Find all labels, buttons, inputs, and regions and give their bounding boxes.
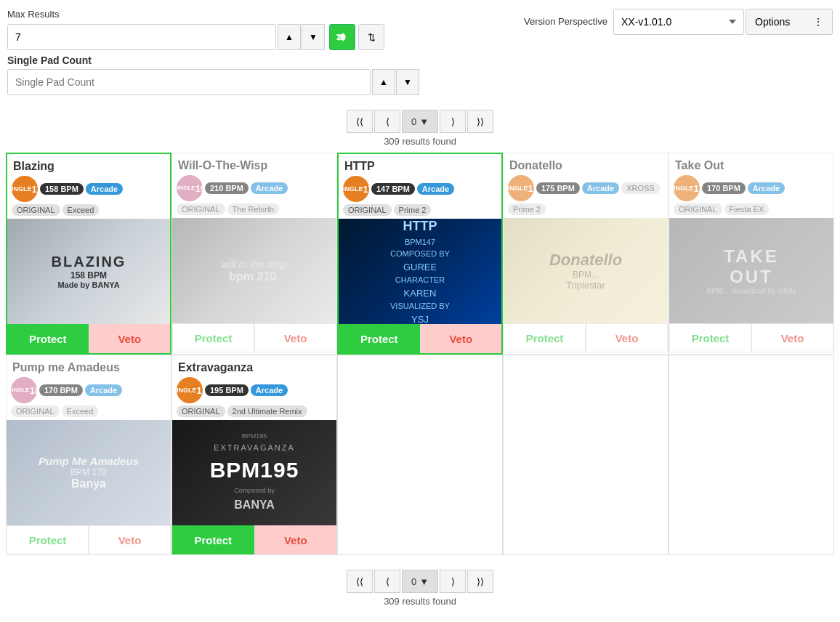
donatello-image: Donatello BPM... Triplestar [504, 218, 668, 323]
card-blazing-title: Blazing [7, 154, 170, 176]
http-protect-btn[interactable]: Protect [339, 324, 420, 353]
prev-page-btn[interactable]: ⟨ [374, 110, 400, 133]
single-pad-input[interactable] [7, 69, 371, 95]
takeout-bpm-badge: 170 BPM [702, 182, 746, 194]
card-blazing-badges: SINGLE 17 158 BPM Arcade ORIGINAL Exceed [7, 176, 170, 219]
wisp-tag2: The Rebirth [227, 203, 279, 215]
http-tag2: Prime 2 [394, 204, 432, 216]
blazing-actions: Protect Veto [7, 324, 170, 353]
pump-veto-btn[interactable]: Veto [89, 525, 171, 554]
wisp-level-badge: SINGLE 19 [177, 175, 203, 201]
card-wisp-title: Will-O-The-Wisp [172, 153, 336, 175]
http-tag1: ORIGINAL [343, 204, 392, 216]
bottom-first-page-btn[interactable]: ⟨⟨ [347, 570, 373, 593]
blazing-mode-badge: Arcade [86, 183, 123, 195]
max-results-label: Max Results [7, 9, 384, 20]
blazing-veto-btn[interactable]: Veto [89, 324, 171, 353]
takeout-mode-badge: Arcade [748, 182, 785, 194]
card-blazing: Blazing SINGLE 17 158 BPM Arcade ORIGINA… [6, 153, 171, 355]
card-extravaganza: Extravaganza SINGLE 17 195 BPM Arcade OR… [171, 355, 337, 555]
pump-tag1: ORIGINAL [11, 405, 60, 417]
extra-protect-btn[interactable]: Protect [172, 525, 254, 554]
takeout-veto-btn[interactable]: Veto [751, 323, 833, 352]
next-page-btn[interactable]: ⟩ [440, 110, 466, 133]
blazing-tag1: ORIGINAL [12, 204, 60, 216]
extra-bpm-badge: 195 BPM [205, 384, 249, 396]
takeout-protect-btn[interactable]: Protect [669, 323, 751, 352]
options-dots-icon: ⋮ [813, 16, 823, 28]
card-wisp-badges: SINGLE 19 210 BPM Arcade ORIGINAL The Re… [172, 175, 336, 218]
takeout-level-badge: SINGLE 17 [674, 175, 700, 201]
extra-veto-btn[interactable]: Veto [254, 525, 337, 554]
bottom-page-number[interactable]: 0 ▼ [402, 570, 438, 593]
max-results-down-btn[interactable]: ▼ [302, 24, 325, 50]
takeout-tag2: Fiesta EX [724, 203, 770, 215]
bottom-last-page-btn[interactable]: ⟩⟩ [467, 570, 493, 593]
pump-mode-badge: Arcade [85, 384, 122, 396]
version-label: Version Perspective [524, 16, 607, 27]
card-takeout-title: Take Out [669, 153, 833, 175]
single-pad-up-btn[interactable]: ▲ [372, 69, 395, 95]
last-page-btn[interactable]: ⟩⟩ [467, 110, 493, 133]
extra-image: BPM195 EXTRAVAGANZA BPM195 Composed by B… [172, 420, 336, 525]
pump-actions: Protect Veto [7, 525, 171, 554]
shuffle-icon: ⇄ [336, 31, 349, 44]
wisp-tag1: ORIGINAL [177, 203, 225, 215]
pump-protect-btn[interactable]: Protect [7, 525, 89, 554]
card-pump-me-amadeus: Pump me Amadeus SINGLE 18 170 BPM Arcade… [6, 355, 171, 555]
donatello-bpm-badge: 175 BPM [536, 182, 580, 194]
version-select[interactable]: XX-v1.01.0 XX-v1.00.0 Prime 2 [613, 9, 744, 35]
card-pump-title: Pump me Amadeus [7, 355, 171, 377]
extra-tag1: ORIGINAL [177, 405, 225, 417]
donatello-protect-btn[interactable]: Protect [504, 323, 586, 352]
single-pad-down-btn[interactable]: ▼ [396, 69, 419, 95]
http-veto-btn[interactable]: Veto [420, 324, 502, 353]
pump-level-badge: SINGLE 18 [11, 377, 37, 403]
donatello-veto-btn[interactable]: Veto [586, 323, 668, 352]
empty-cell-4 [503, 355, 669, 555]
donatello-tag2: Prime 2 [508, 203, 546, 215]
pump-bpm-badge: 170 BPM [39, 384, 83, 396]
sort-btn[interactable]: ⇅ [358, 24, 384, 50]
card-takeout-badges: SINGLE 17 170 BPM Arcade ORIGINAL Fiesta… [669, 175, 833, 218]
blazing-protect-btn[interactable]: Protect [7, 324, 89, 353]
page-number[interactable]: 0 ▼ [402, 110, 438, 133]
bottom-prev-page-btn[interactable]: ⟨ [374, 570, 400, 593]
blazing-tag2: Exceed [62, 204, 100, 216]
extra-mode-badge: Arcade [251, 384, 288, 396]
extra-tag2: 2nd Ultimate Remix [227, 405, 307, 417]
max-results-up-btn[interactable]: ▲ [278, 24, 301, 50]
http-mode-badge: Arcade [417, 183, 454, 195]
wisp-bpm-badge: 210 BPM [205, 182, 249, 194]
wisp-protect-btn[interactable]: Protect [172, 323, 254, 352]
blazing-level-badge: SINGLE 17 [12, 176, 38, 202]
svg-text:⇄: ⇄ [337, 32, 344, 42]
donatello-level-badge: SINGLE 17 [508, 175, 534, 201]
pump-image: Pump Me Amadeus BPM 170 Banya [7, 420, 171, 525]
empty-cell-5 [669, 355, 834, 555]
page-dropdown-icon: ▼ [419, 116, 429, 127]
options-button[interactable]: Options ⋮ [746, 9, 833, 35]
options-label: Options [755, 16, 790, 28]
card-will-o-the-wisp: Will-O-The-Wisp SINGLE 19 210 BPM Arcade… [171, 153, 337, 355]
blazing-bpm-badge: 158 BPM [40, 183, 84, 195]
bottom-next-page-btn[interactable]: ⟩ [440, 570, 466, 593]
pump-tag2: Exceed [62, 405, 99, 417]
empty-cell-3 [337, 355, 503, 555]
sort-icon: ⇅ [368, 32, 376, 43]
max-results-input[interactable] [7, 24, 276, 50]
card-http-badges: SINGLE 17 147 BPM Arcade ORIGINAL Prime … [339, 176, 501, 219]
first-page-btn[interactable]: ⟨⟨ [347, 110, 373, 133]
blazing-image: BLAZING 158 BPM Made by BANYA [7, 219, 170, 324]
pagination-bottom: ⟨⟨ ⟨ 0 ▼ ⟩ ⟩⟩ [0, 562, 840, 596]
wisp-actions: Protect Veto [172, 323, 336, 352]
card-extra-title: Extravaganza [172, 355, 336, 377]
http-actions: Protect Veto [339, 324, 501, 353]
donatello-actions: Protect Veto [504, 323, 668, 352]
card-donatello-title: Donatello [504, 153, 668, 175]
wisp-image: will to the wisp bpm 210. [172, 218, 336, 323]
shuffle-btn[interactable]: ⇄ [329, 24, 355, 50]
wisp-veto-btn[interactable]: Veto [254, 323, 336, 352]
results-count: 309 results found [0, 136, 840, 153]
pagination-top: ⟨⟨ ⟨ 0 ▼ ⟩ ⟩⟩ [0, 102, 840, 136]
